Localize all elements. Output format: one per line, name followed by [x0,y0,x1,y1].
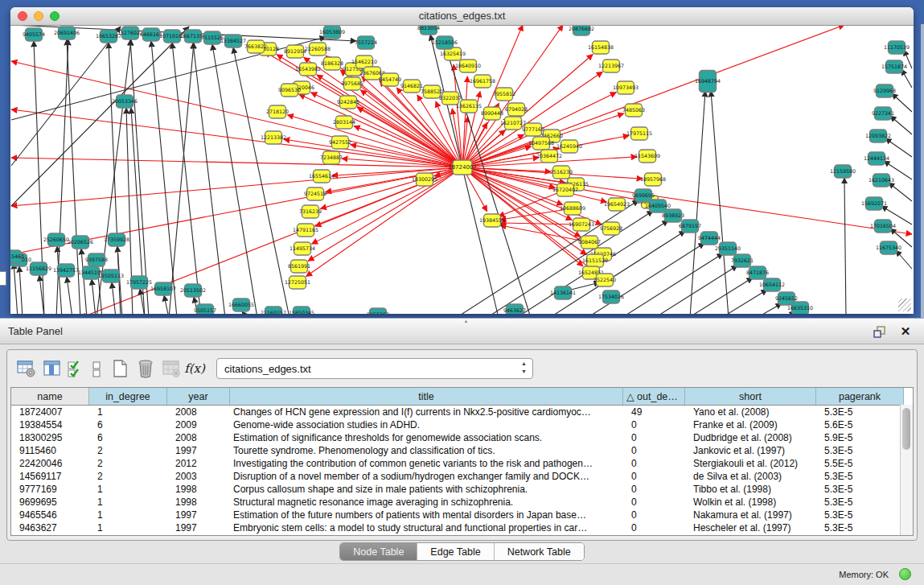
table-cell: Estimation of significance thresholds fo… [230,431,623,444]
svg-text:9242845: 9242845 [337,99,359,105]
table-cell: 1 [89,406,167,418]
svg-text:7663822: 7663822 [244,43,267,49]
table-row[interactable]: 1456911722003Disruption of a novel membe… [11,470,913,483]
table-settings-icon[interactable] [14,356,39,381]
float-panel-icon[interactable] [871,323,889,340]
background-window-sliver [0,271,6,286]
svg-text:7316239: 7316239 [299,208,322,214]
column-header-title[interactable]: title [230,388,623,405]
svg-text:16210727: 16210727 [500,120,526,126]
function-builder-icon[interactable]: f(x) [184,356,205,381]
svg-text:19384554: 19384554 [479,217,505,223]
table-cell: Dudbridge et al. (2008) [685,431,816,444]
svg-text:11170539: 11170539 [884,44,910,50]
svg-text:10973493: 10973493 [613,84,639,90]
column-header-pagerank[interactable]: pagerank [816,388,904,405]
table-cell: Genome-wide association studies in ADHD. [230,418,623,431]
svg-text:16151520: 16151520 [582,257,608,263]
table-cell: Hescheler et al. (1997) [685,521,816,534]
new-column-icon[interactable] [107,356,133,381]
table-cell: 5.5E-5 [816,457,904,470]
table-row[interactable]: 2242004622012Investigating the contribut… [11,457,913,470]
svg-text:16409540: 16409540 [645,203,671,208]
svg-text:9699695: 9699695 [632,192,655,198]
svg-text:16210643: 16210643 [869,177,894,183]
table-cell: 14569117 [11,470,89,483]
table-cell: Stergiakouli et al. (2012) [685,457,816,470]
svg-text:8471876: 8471876 [746,270,769,275]
column-header-in_degree[interactable]: in_degree [89,388,167,405]
svg-text:9505157: 9505157 [194,307,216,313]
table-row[interactable]: 1872400712008Changes of HCN gene express… [11,406,913,418]
table-row[interactable]: 946362711997Embryonic stem cells: a mode… [11,521,913,534]
table-scrollbar[interactable] [900,405,913,535]
table-row[interactable]: 1830029562008Estimation of significance … [11,431,913,444]
column-header-out_de[interactable]: △ out_de… [623,388,685,405]
svg-text:2803144: 2803144 [333,119,355,125]
table-cell: Investigating the contribution of common… [230,457,623,470]
delete-column-icon[interactable] [133,356,158,381]
svg-text:16154838: 16154838 [588,44,614,50]
svg-text:6794028: 6794028 [505,106,528,112]
network-desktop: citations_edges.txt 81601288912954222605… [0,0,924,318]
svg-text:7932621: 7932621 [731,257,754,263]
table-header-row[interactable]: namein_degreeyeartitle△ out_de…shortpage… [11,388,913,406]
table-cell: 0 [623,444,685,457]
table-cell: 0 [623,509,685,521]
table-cell: 9115460 [11,444,89,457]
table-row[interactable]: 969969511998Structural magnetic resonanc… [11,496,913,509]
resize-grip-icon[interactable] [898,299,911,311]
svg-text:20691406: 20691406 [54,30,80,35]
table-cell: Nakamura et al. (1997) [685,509,816,521]
window-titlebar[interactable]: citations_edges.txt [10,7,914,26]
memory-status-icon[interactable] [899,568,911,580]
close-panel-icon[interactable]: ✕ [897,323,914,340]
table-cell: 1 [89,509,167,521]
svg-text:15462210: 15462210 [351,59,377,64]
svg-text:16554614: 16554614 [309,173,335,179]
table-cell: 5.3E-5 [816,444,904,457]
tab-network-table[interactable]: Network Table [495,543,584,560]
svg-text:15218506: 15218506 [432,39,458,45]
column-header-year[interactable]: year [167,388,230,405]
table-scrollbar-thumb[interactable] [902,408,910,450]
window-title: citations_edges.txt [10,10,914,22]
table-cell: 2 [89,444,167,457]
svg-text:12093822: 12093822 [865,133,891,138]
table-selector-value: citations_edges.txt [224,363,311,375]
column-header-short[interactable]: short [685,388,816,405]
svg-text:15692071: 15692071 [861,200,887,206]
table-row[interactable]: 946554611997Estimation of the future num… [11,509,913,521]
select-all-icon[interactable] [65,356,86,381]
tab-edge-table[interactable]: Edge Table [417,543,494,560]
table-cell: 0 [623,496,685,509]
network-canvas[interactable]: 8160128891295422260588165439828186328912… [10,26,914,314]
table-cell: 1 [89,496,167,509]
svg-text:17359928: 17359928 [104,237,129,242]
combobox-arrows-icon: ▲ ▼ [521,360,527,376]
tab-node-table[interactable]: Node Table [340,543,417,560]
splitter-handle-icon[interactable]: ▴ [462,319,470,323]
column-header-name[interactable]: name [11,388,89,405]
table-cell: 0 [623,418,685,431]
memory-status-label: Memory: OK [839,570,889,579]
table-selector-combobox[interactable]: citations_edges.txt ▲ ▼ [216,358,533,379]
svg-text:6879197: 6879197 [679,223,701,229]
svg-text:9405574: 9405574 [23,31,45,37]
show-columns-icon[interactable] [39,356,65,381]
svg-text:11543609: 11543609 [634,153,660,159]
svg-text:20206526: 20206526 [68,239,93,245]
table-cell: 9465546 [11,509,89,521]
table-cell: 22420046 [11,457,89,470]
table-row[interactable]: 1938455462009Genome-wide association stu… [11,418,913,431]
table-body[interactable]: 1872400712008Changes of HCN gene express… [11,406,913,534]
svg-text:9096530: 9096530 [278,87,301,93]
table-row[interactable]: 911546021997Tourette syndrome. Phenomeno… [11,444,913,457]
table-cell: de Silva et al. (2003) [685,470,816,483]
deselect-all-icon[interactable] [86,356,107,381]
table-row[interactable]: 977716911998Corpus callosum shape and si… [11,483,913,496]
delete-table-icon[interactable] [158,356,184,381]
table-cell: 2003 [167,470,230,483]
table-cell: 1 [89,483,167,496]
svg-text:16053809: 16053809 [319,29,345,35]
